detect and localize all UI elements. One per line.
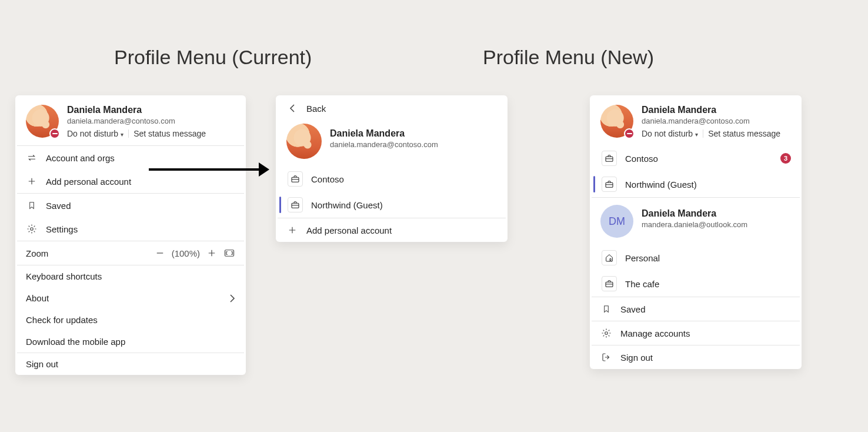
bookmark-icon: [26, 200, 38, 211]
menu-label: Download the mobile app: [26, 337, 235, 347]
briefcase-icon: [602, 151, 617, 166]
back-label: Back: [306, 104, 497, 114]
zoom-in-button[interactable]: [206, 247, 218, 259]
tenant-label: Personal: [625, 253, 791, 263]
user-email: daniela.mandera@contoso.com: [642, 117, 780, 125]
menu-label: Saved: [46, 201, 235, 211]
avatar-initials[interactable]: DM: [600, 205, 633, 238]
keyboard-shortcuts[interactable]: Keyboard shortcuts: [15, 265, 246, 287]
menu-label: Sign out: [26, 359, 235, 369]
presence-dnd-icon: [624, 128, 635, 139]
org-label: Contoso: [311, 174, 497, 184]
svg-rect-2: [292, 177, 299, 182]
svg-point-0: [31, 228, 34, 231]
personal-tenant[interactable]: Personal: [590, 245, 802, 271]
user-email: mandera.daniela@outlook.com: [642, 220, 747, 229]
download-mobile-app[interactable]: Download the mobile app: [15, 331, 246, 353]
home-person-icon: [602, 250, 617, 265]
menu-label: Account and orgs: [46, 153, 235, 163]
title-new: Profile Menu (New): [483, 46, 654, 69]
briefcase-icon: [288, 171, 303, 187]
zoom-row: Zoom (100%): [15, 241, 246, 265]
svg-rect-5: [606, 182, 613, 187]
swap-arrows-icon: [26, 152, 38, 164]
avatar[interactable]: [600, 105, 633, 138]
menu-label: Check for updates: [26, 315, 235, 325]
svg-point-8: [605, 332, 608, 335]
gear-icon: [600, 327, 612, 339]
saved[interactable]: Saved: [590, 297, 802, 321]
check-updates[interactable]: Check for updates: [15, 309, 246, 331]
chevron-down-icon: ▾: [695, 131, 698, 138]
org-northwind[interactable]: Northwind (Guest): [276, 192, 508, 218]
svg-rect-7: [606, 282, 613, 287]
gear-icon: [26, 223, 38, 235]
user-email: daniela.mandera@contoso.com: [330, 140, 438, 149]
chevron-down-icon: ▾: [121, 131, 123, 138]
status-dropdown[interactable]: Do not disturb▾: [67, 129, 123, 138]
menu-label: Sign out: [620, 353, 791, 363]
tenant-label: The cafe: [625, 279, 791, 289]
orgs-panel-card: Back Daniela Mandera daniela.mandera@con…: [276, 95, 508, 242]
menu-label: Add personal account: [306, 225, 497, 235]
back-button[interactable]: Back: [276, 95, 508, 120]
svg-rect-4: [606, 157, 613, 161]
settings[interactable]: Settings: [15, 217, 246, 241]
org-northwind[interactable]: Northwind (Guest): [590, 171, 802, 197]
add-personal-account[interactable]: Add personal account: [276, 218, 508, 242]
sign-out-icon: [600, 351, 612, 363]
menu-label: Manage accounts: [620, 328, 791, 338]
menu-label: Saved: [620, 304, 791, 314]
org-label: Northwind (Guest): [311, 200, 497, 210]
current-menu-card: Daniela Mandera daniela.mandera@contoso.…: [15, 95, 246, 375]
briefcase-icon: [602, 177, 617, 192]
secondary-profile-header: DM Daniela Mandera mandera.daniela@outlo…: [590, 198, 802, 245]
tenant-cafe[interactable]: The cafe: [590, 271, 802, 297]
notification-badge: 3: [780, 153, 791, 164]
org-contoso[interactable]: Contoso 3: [590, 145, 802, 171]
menu-label: About: [26, 293, 221, 303]
sign-out[interactable]: Sign out: [590, 345, 802, 369]
menu-label: Add personal account: [46, 177, 235, 187]
profile-header: Daniela Mandera daniela.mandera@contoso.…: [590, 95, 802, 145]
zoom-label: Zoom: [26, 248, 148, 258]
briefcase-icon: [602, 276, 617, 291]
new-menu-card: Daniela Mandera daniela.mandera@contoso.…: [590, 95, 802, 369]
presence-dnd-icon: [49, 128, 60, 139]
zoom-value: (100%): [172, 248, 200, 258]
user-name: Daniela Mandera: [642, 105, 780, 115]
set-status-link[interactable]: Set status message: [708, 129, 780, 138]
user-name: Daniela Mandera: [642, 208, 747, 219]
chevron-right-icon: [229, 294, 235, 303]
menu-label: Settings: [46, 224, 235, 234]
svg-point-6: [610, 258, 612, 260]
svg-rect-3: [292, 203, 299, 208]
menu-label: Keyboard shortcuts: [26, 271, 235, 281]
bookmark-icon: [600, 303, 612, 315]
user-name: Daniela Mandera: [67, 105, 206, 115]
fullscreen-icon[interactable]: [223, 247, 235, 259]
arrow-illustration: [149, 162, 269, 177]
status-dropdown[interactable]: Do not disturb▾: [642, 129, 698, 138]
plus-icon: [26, 175, 38, 187]
sign-out[interactable]: Sign out: [15, 353, 246, 375]
about[interactable]: About: [15, 287, 246, 309]
zoom-out-button[interactable]: [154, 247, 166, 259]
title-current: Profile Menu (Current): [114, 46, 312, 69]
user-name: Daniela Mandera: [330, 128, 438, 139]
saved[interactable]: Saved: [15, 194, 246, 217]
avatar[interactable]: [286, 124, 322, 159]
org-label: Northwind (Guest): [625, 180, 791, 190]
org-label: Contoso: [625, 154, 772, 164]
user-email: daniela.mandera@contoso.com: [67, 117, 206, 125]
set-status-link[interactable]: Set status message: [133, 129, 206, 138]
briefcase-icon: [288, 197, 303, 212]
chevron-left-icon: [286, 102, 298, 114]
plus-icon: [286, 224, 298, 236]
profile-header: Daniela Mandera daniela.mandera@contoso.…: [15, 95, 246, 145]
avatar[interactable]: [26, 105, 59, 138]
manage-accounts[interactable]: Manage accounts: [590, 321, 802, 345]
org-contoso[interactable]: Contoso: [276, 166, 508, 192]
profile-header: Daniela Mandera daniela.mandera@contoso.…: [276, 120, 508, 166]
